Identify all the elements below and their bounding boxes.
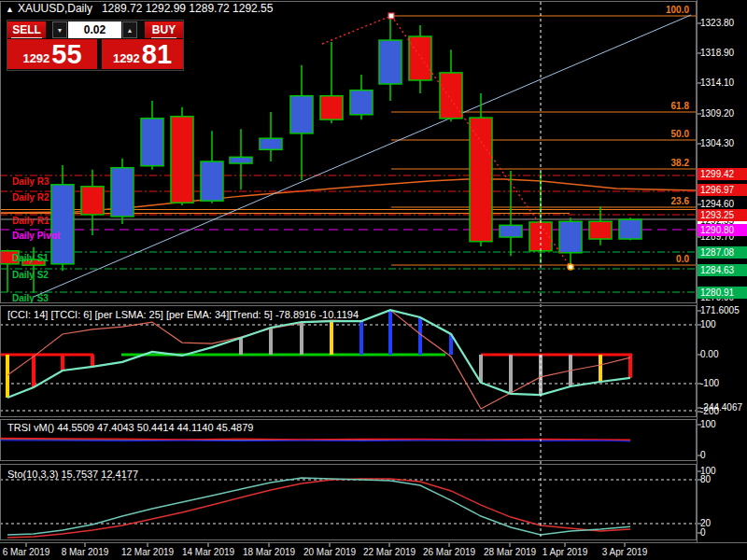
pivot-level-label: Daily Pivot — [12, 231, 60, 241]
fib-level-label: 0.0 — [0, 254, 689, 264]
buy-button[interactable]: BUY — [145, 21, 183, 38]
lot-increase-button[interactable]: ▲ — [122, 21, 137, 38]
fib-level-label: 38.2 — [0, 158, 689, 168]
pivot-level-label: Daily R3 — [12, 176, 49, 187]
price-axis[interactable] — [697, 0, 747, 541]
sto-indicator-label: Sto(10,3,3) 15.7537 12.4177 — [7, 469, 138, 480]
ohlc-values: 1289.72 1292.99 1289.72 1292.55 — [102, 2, 274, 15]
one-click-trading-panel: SELL ▼ ▲ BUY 1292 55 1292 81 — [7, 20, 184, 71]
buy-price-pips: 81 — [142, 42, 172, 68]
sell-price-display[interactable]: 1292 55 — [7, 39, 97, 69]
pivot-level-label: Daily R1 — [12, 216, 49, 226]
sell-price-pips: 55 — [51, 42, 81, 68]
lot-decrease-button[interactable]: ▼ — [52, 21, 67, 38]
chart-title-bar: ▲XAUUSD,Daily1289.72 1292.99 1289.72 129… — [6, 2, 273, 15]
trsi-indicator-label: TRSI vM() 44.5509 47.4043 50.4414 44.114… — [7, 422, 253, 433]
sell-button[interactable]: SELL — [7, 21, 46, 38]
buy-price-display[interactable]: 1292 81 — [102, 39, 183, 69]
mt4-chart-window: Daily R3Daily R2Daily R1Daily PivotDaily… — [0, 0, 747, 560]
buy-price-whole: 1292 — [113, 51, 140, 65]
pivot-level-label: Daily S3 — [12, 293, 49, 303]
fib-level-label: 61.8 — [0, 101, 689, 111]
cci-indicator-label: [CCI: 14] [TCCI: 6] [per LSMA: 25] [per … — [7, 309, 359, 320]
symbol-timeframe-label: XAUUSD,Daily — [18, 2, 92, 15]
sell-price-whole: 1292 — [22, 51, 49, 65]
lot-size-input[interactable] — [68, 21, 121, 38]
fib-level-label: 50.0 — [0, 129, 689, 139]
pivot-level-label: Daily S2 — [12, 270, 49, 280]
date-axis[interactable] — [0, 542, 747, 560]
fib-level-label: 23.6 — [0, 196, 689, 206]
collapse-panel-icon[interactable]: ▲ — [6, 5, 14, 14]
